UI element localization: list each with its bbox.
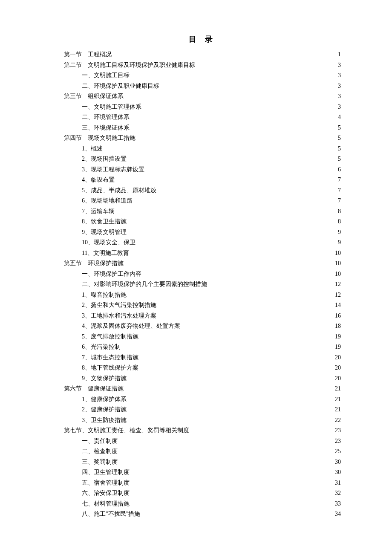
toc-entry-page: 30	[335, 467, 341, 478]
toc-entry[interactable]: 一、责任制度23	[64, 436, 341, 447]
toc-entry-text: 环境保护措施	[88, 260, 124, 266]
toc-entry[interactable]: 第六节健康保证措施21	[64, 384, 341, 394]
toc-entry-page: 6	[338, 165, 341, 175]
toc-entry-label: 第五节环境保护措施	[64, 258, 124, 269]
toc-entry[interactable]: 第七节、文明施工责任、检查、奖罚等相关制度23	[64, 425, 341, 436]
toc-entry[interactable]: 二、环境管理体系4	[64, 112, 341, 123]
toc-entry-page: 10	[335, 248, 341, 259]
toc-entry[interactable]: 8、饮食卫生措施8	[64, 217, 341, 227]
toc-entry[interactable]: 1、健康保护体系21	[64, 394, 341, 405]
toc-entry[interactable]: 第一节工程概况1	[64, 49, 341, 60]
toc-entry-text: 组织保证体系	[88, 93, 124, 99]
toc-entry[interactable]: 4、临设布置7	[64, 175, 341, 185]
toc-entry[interactable]: 第三节组织保证体系3	[64, 91, 341, 102]
toc-entry[interactable]: 八、施工"不扰民"措施34	[64, 509, 341, 520]
toc-entry-page: 5	[338, 144, 341, 154]
toc-entry-text: 6、现场场地和道路	[82, 197, 133, 204]
toc-entry-label: 1、概述	[82, 144, 103, 154]
toc-entry-label: 2、健康保护措施	[82, 405, 127, 415]
toc-entry-prefix: 第三节	[64, 91, 82, 102]
toc-entry-page: 20	[335, 363, 341, 373]
toc-entry-page: 4	[338, 112, 341, 123]
page-title: 目 录	[64, 34, 341, 44]
toc-entry[interactable]: 一、环境保护工作内容10	[64, 269, 341, 280]
toc-entry[interactable]: 二、检查制度25	[64, 446, 341, 457]
toc-entry-page: 7	[338, 196, 341, 206]
toc-entry-text: 一、文明施工目标	[82, 72, 130, 78]
toc-entry-text: 一、文明施工管理体系	[82, 104, 141, 110]
toc-entry-label: 七、材料管理措施	[82, 499, 130, 509]
toc-entry[interactable]: 第四节现场文明施工措施5	[64, 133, 341, 144]
toc-entry[interactable]: 3、现场工程标志牌设置6	[64, 165, 341, 175]
toc-entry[interactable]: 一、文明施工管理体系3	[64, 102, 341, 113]
toc-entry-prefix: 第一节	[64, 49, 82, 60]
toc-entry-text: 1、概述	[82, 145, 103, 152]
toc-entry-page: 31	[335, 478, 341, 489]
toc-entry-page: 19	[335, 342, 341, 353]
toc-entry[interactable]: 五、宿舍管理制度31	[64, 478, 341, 489]
toc-entry[interactable]: 5、成品、半成品、原材堆放7	[64, 185, 341, 196]
toc-entry[interactable]: 三、环境保证体系5	[64, 123, 341, 133]
toc-entry-page: 20	[335, 373, 341, 384]
toc-entry[interactable]: 六、治安保卫制度32	[64, 488, 341, 499]
toc-entry-label: 八、施工"不扰民"措施	[82, 509, 140, 520]
toc-entry[interactable]: 8、地下管线保护方案20	[64, 363, 341, 373]
toc-entry[interactable]: 三、奖罚制度30	[64, 457, 341, 468]
toc-entry-label: 二、检查制度	[82, 446, 118, 457]
toc-entry[interactable]: 一、文明施工目标3	[64, 70, 341, 81]
toc-entry[interactable]: 1、概述5	[64, 144, 341, 154]
toc-entry-label: 二、对影响环境保护的几个主要因素的控制措施	[82, 279, 207, 290]
toc-entry-text: 1、噪音控制措施	[82, 292, 127, 298]
toc-entry-text: 三、环境保证体系	[82, 124, 130, 131]
toc-entry[interactable]: 第五节环境保护措施10	[64, 258, 341, 269]
toc-entry[interactable]: 7、运输车辆8	[64, 206, 341, 217]
toc-entry[interactable]: 9、文物保护措施20	[64, 373, 341, 384]
toc-entry[interactable]: 第二节文明施工目标及环境保护及职业健康目标3	[64, 60, 341, 71]
toc-entry-label: 二、环境管理体系	[82, 112, 130, 123]
toc-entry-label: 第四节现场文明施工措施	[64, 133, 135, 144]
toc-entry[interactable]: 七、材料管理措施33	[64, 499, 341, 509]
toc-entry[interactable]: 2、现场围挡设置5	[64, 154, 341, 165]
toc-entry[interactable]: 四、卫生管理制度30	[64, 467, 341, 478]
toc-entry-text: 文明施工目标及环境保护及职业健康目标	[88, 62, 195, 68]
toc-entry-label: 6、光污染控制	[82, 342, 121, 353]
toc-entry[interactable]: 二、对影响环境保护的几个主要因素的控制措施12	[64, 279, 341, 290]
toc-entry[interactable]: 4、泥浆及固体废弃物处理、处置方案18	[64, 321, 341, 332]
toc-entry-text: 三、奖罚制度	[82, 459, 118, 465]
toc-entry-page: 20	[335, 353, 341, 363]
toc-entry-page: 8	[338, 206, 341, 217]
toc-entry[interactable]: 2、健康保护措施21	[64, 405, 341, 415]
toc-entry[interactable]: 1、噪音控制措施12	[64, 290, 341, 301]
toc-entry-text: 3、卫生防疫措施	[82, 417, 127, 423]
toc-entry[interactable]: 10、现场安全、保卫9	[64, 237, 341, 248]
toc-entry-label: 9、文物保护措施	[82, 373, 127, 384]
toc-entry-text: 8、饮食卫生措施	[82, 218, 127, 225]
toc-entry-text: 健康保证措施	[88, 385, 124, 392]
toc-entry-page: 9	[338, 237, 341, 248]
toc-entry-page: 30	[335, 457, 341, 468]
toc-entry[interactable]: 6、光污染控制19	[64, 342, 341, 353]
toc-entry[interactable]: 2、扬尘和大气污染控制措施14	[64, 300, 341, 311]
toc-entry-text: 2、健康保护措施	[82, 406, 127, 413]
toc-entry-page: 14	[335, 300, 341, 311]
toc-entry-page: 18	[335, 321, 341, 332]
toc-entry-text: 2、现场围挡设置	[82, 156, 127, 162]
toc-entry-page: 22	[335, 415, 341, 426]
toc-entry-text: 7、城市生态控制措施	[82, 354, 138, 361]
toc-entry[interactable]: 7、城市生态控制措施20	[64, 353, 341, 363]
toc-entry-text: 8、地下管线保护方案	[82, 364, 138, 371]
toc-entry-text: 六、治安保卫制度	[82, 490, 130, 496]
toc-entry[interactable]: 3、工地排水和污水处理方案16	[64, 311, 341, 321]
toc-entry[interactable]: 6、现场场地和道路7	[64, 196, 341, 206]
toc-entry[interactable]: 11、文明施工教育10	[64, 248, 341, 259]
toc-entry-page: 7	[338, 185, 341, 196]
toc-entry-page: 21	[335, 394, 341, 405]
toc-entry[interactable]: 二、环境保护及职业健康目标3	[64, 81, 341, 92]
toc-entry[interactable]: 9、现场文明管理9	[64, 227, 341, 238]
toc-entry-label: 第一节工程概况	[64, 49, 112, 60]
toc-entry-text: 10、现场安全、保卫	[82, 239, 135, 246]
toc-entry[interactable]: 5、废气排放控制措施19	[64, 332, 341, 342]
toc-entry-label: 2、现场围挡设置	[82, 154, 127, 165]
toc-entry[interactable]: 3、卫生防疫措施22	[64, 415, 341, 426]
toc-entry-label: 一、责任制度	[82, 436, 118, 447]
